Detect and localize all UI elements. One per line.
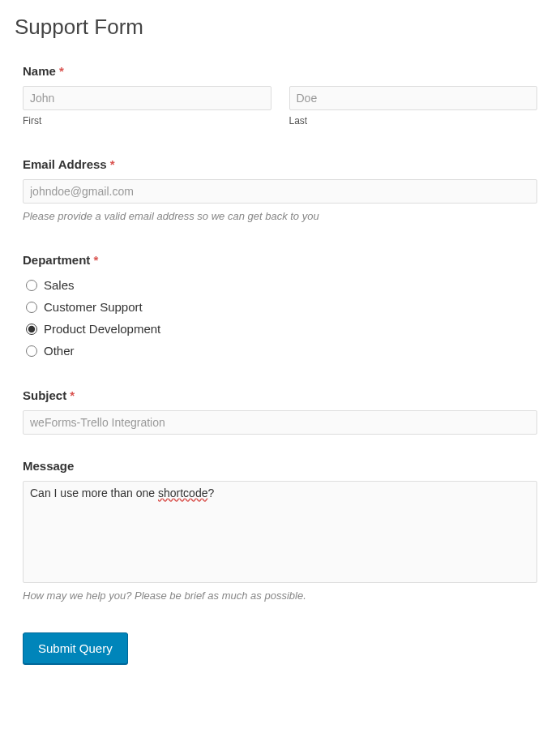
department-label: Department * [23, 253, 537, 267]
radio-sales[interactable]: Sales [26, 278, 537, 292]
support-form: Name * First Last Email Address * Please… [0, 40, 560, 688]
first-name-input[interactable] [23, 86, 271, 110]
required-mark: * [70, 388, 75, 402]
message-textarea[interactable]: Can I use more than one shortcode? [23, 481, 537, 583]
radio-product-development[interactable]: Product Development [26, 322, 537, 336]
message-text-spell: shortcode [158, 487, 207, 499]
email-label-text: Email Address [23, 157, 107, 171]
radio-customer-support-input[interactable] [26, 302, 37, 313]
radio-other-input[interactable] [26, 345, 37, 357]
field-department: Department * Sales Customer Support Prod… [23, 253, 537, 358]
first-name-sublabel: First [23, 115, 271, 126]
radio-other-label: Other [44, 344, 75, 358]
radio-customer-support-label: Customer Support [44, 300, 143, 314]
name-label-text: Name [23, 64, 56, 78]
subject-input[interactable] [23, 410, 537, 435]
radio-other[interactable]: Other [26, 344, 537, 358]
email-help-text: Please provide a valid email address so … [23, 210, 537, 222]
message-help-text: How may we help you? Please be brief as … [23, 589, 537, 602]
subject-label-text: Subject [23, 388, 66, 402]
required-mark: * [94, 253, 99, 267]
radio-customer-support[interactable]: Customer Support [26, 300, 537, 314]
subject-label: Subject * [23, 388, 537, 402]
email-label: Email Address * [23, 157, 537, 171]
name-label: Name * [23, 64, 537, 78]
radio-product-development-label: Product Development [44, 322, 160, 336]
field-name: Name * First Last [23, 64, 537, 126]
required-mark: * [110, 157, 115, 171]
message-text-pre: Can I use more than one [30, 487, 158, 499]
message-text-post: ? [207, 487, 214, 499]
message-label: Message [23, 459, 537, 473]
radio-product-development-input[interactable] [26, 324, 37, 335]
department-label-text: Department [23, 253, 90, 267]
department-radio-group: Sales Customer Support Product Developme… [23, 278, 537, 358]
message-label-text: Message [23, 459, 74, 473]
field-email: Email Address * Please provide a valid e… [23, 157, 537, 222]
last-name-input[interactable] [289, 86, 538, 110]
page-title: Support Form [0, 0, 560, 40]
radio-sales-input[interactable] [26, 280, 37, 291]
field-subject: Subject * [23, 388, 537, 435]
last-name-sublabel: Last [289, 115, 538, 126]
submit-button[interactable]: Submit Query [23, 632, 128, 664]
field-message: Message Can I use more than one shortcod… [23, 459, 537, 602]
radio-sales-label: Sales [44, 278, 75, 292]
required-mark: * [59, 64, 64, 78]
email-input[interactable] [23, 179, 537, 204]
